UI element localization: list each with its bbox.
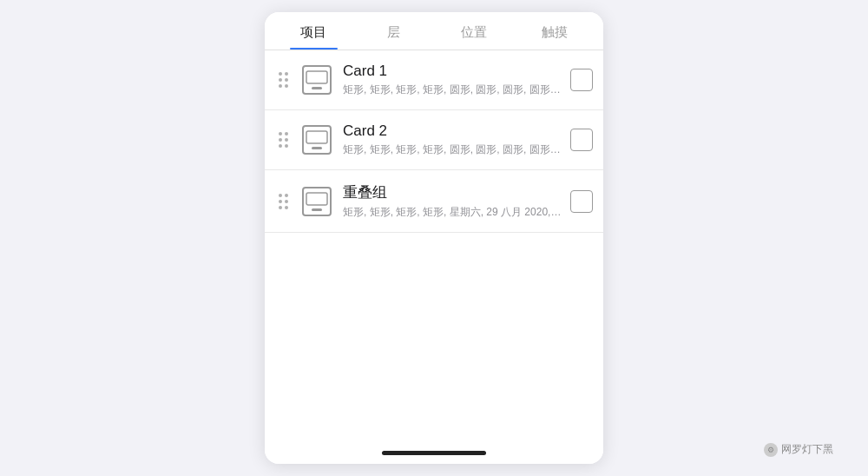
tab-position[interactable]: 位置 [434,12,515,50]
item-checkbox[interactable] [570,190,593,213]
list-item[interactable]: Card 2 矩形, 矩形, 矩形, 矩形, 圆形, 圆形, 圆形, 圆形, 圆… [265,110,603,170]
drag-handle[interactable] [275,194,291,209]
item-title: Card 2 [343,122,562,140]
home-indicator [265,444,603,464]
item-subtitle: 矩形, 矩形, 矩形, 矩形, 圆形, 圆形, 圆形, 圆形, 圆形, 圆形, … [343,142,562,157]
tab-bar: 项目 层 位置 触摸 [265,12,603,50]
svg-rect-2 [312,87,322,89]
drag-handle[interactable] [275,72,291,88]
watermark-icon: ⚙ [764,443,778,457]
svg-rect-0 [303,66,331,94]
list-item[interactable]: 重叠组 矩形, 矩形, 矩形, 矩形, 星期六, 29 八月 2020, 09:… [265,170,603,233]
tab-touch[interactable]: 触摸 [515,12,595,50]
item-subtitle: 矩形, 矩形, 矩形, 矩形, 圆形, 圆形, 圆形, 圆形, 圆切片, 圆形,… [343,83,562,97]
watermark-text: 网罗灯下黑 [781,442,833,457]
home-bar [382,451,486,455]
component-icon [299,184,334,219]
item-checkbox[interactable] [570,69,593,91]
svg-rect-8 [312,208,322,211]
list-area: Card 1 矩形, 矩形, 矩形, 矩形, 圆形, 圆形, 圆形, 圆形, 圆… [265,50,603,444]
item-text: Card 2 矩形, 矩形, 矩形, 矩形, 圆形, 圆形, 圆形, 圆形, 圆… [343,122,562,157]
component-icon [299,63,334,97]
tab-items[interactable]: 项目 [273,12,354,50]
tab-layers[interactable]: 层 [354,12,435,50]
watermark: ⚙ 网罗灯下黑 [764,442,833,457]
svg-rect-6 [303,188,331,215]
item-checkbox[interactable] [570,129,593,151]
svg-rect-3 [303,126,331,154]
item-text: 重叠组 矩形, 矩形, 矩形, 矩形, 星期六, 29 八月 2020, 09:… [343,182,562,220]
item-subtitle: 矩形, 矩形, 矩形, 矩形, 星期六, 29 八月 2020, 09:41 [343,205,562,220]
item-title: Card 1 [343,63,562,80]
svg-rect-5 [312,147,322,149]
item-text: Card 1 矩形, 矩形, 矩形, 矩形, 圆形, 圆形, 圆形, 圆形, 圆… [343,63,562,97]
item-title: 重叠组 [343,182,562,202]
drag-handle[interactable] [275,132,291,148]
component-icon [299,122,334,157]
list-item[interactable]: Card 1 矩形, 矩形, 矩形, 矩形, 圆形, 圆形, 圆形, 圆形, 圆… [265,50,603,110]
phone-container: 项目 层 位置 触摸 [265,12,603,464]
